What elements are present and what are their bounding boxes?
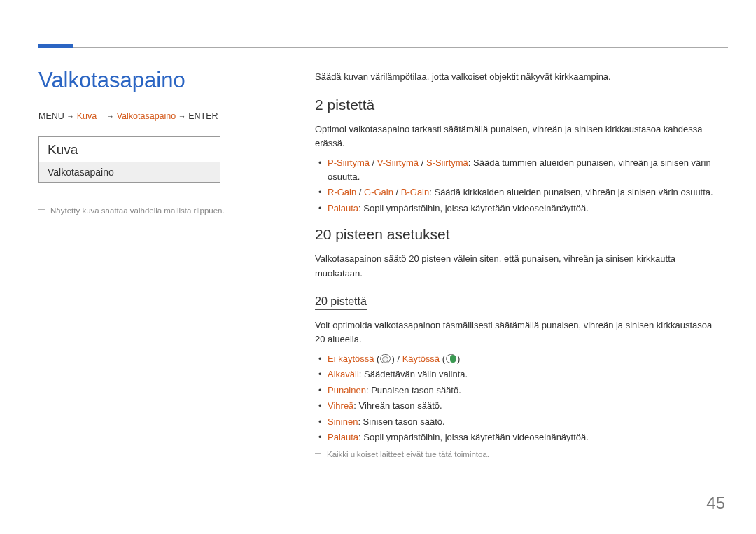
list-item: P-Siirtymä / V-Siirtymä / S-Siirtymä: Sä… bbox=[315, 156, 722, 183]
hl-text: Vihreä bbox=[328, 400, 354, 411]
list-item: Vihreä: Vihreän tason säätö. bbox=[315, 399, 722, 413]
toggle-on-icon bbox=[446, 354, 456, 363]
breadcrumb-valko: Valkotasapaino bbox=[117, 111, 176, 121]
hl-text: Palauta bbox=[328, 203, 358, 213]
right-footnote: ―Kaikki ulkoiset laitteet eivät tue tätä… bbox=[315, 449, 722, 461]
left-footnote: ―Näytetty kuva saattaa vaihdella mallist… bbox=[38, 205, 273, 217]
accent-bar bbox=[38, 44, 74, 48]
menu-panel-header: Kuva bbox=[39, 137, 220, 162]
hl-text: R-Gain bbox=[328, 187, 356, 197]
hl-text: Käytössä bbox=[402, 353, 440, 364]
right-footnote-text: Kaikki ulkoiset laitteet eivät tue tätä … bbox=[327, 450, 489, 458]
footnote-mark-icon: ― bbox=[315, 449, 321, 456]
breadcrumb-menu: MENU bbox=[38, 111, 64, 121]
breadcrumb-kuva: Kuva bbox=[77, 111, 97, 121]
list-item: Aikaväli: Säädettävän välin valinta. bbox=[315, 367, 722, 381]
intro-text: Säädä kuvan värilämpötilaa, jotta valkoi… bbox=[315, 70, 722, 84]
section-heading-20pisteen: 20 pisteen asetukset bbox=[315, 226, 722, 243]
list-item: Palauta: Sopii ympäristöihin, joissa käy… bbox=[315, 202, 722, 216]
section1-desc: Optimoi valkotasapaino tarkasti säätämäl… bbox=[315, 122, 722, 150]
list-item: Palauta: Sopii ympäristöihin, joissa käy… bbox=[315, 430, 722, 444]
left-divider bbox=[38, 197, 158, 197]
hl-text: Punainen bbox=[328, 385, 366, 395]
item-rest: : Sopii ympäristöihin, joissa käytetään … bbox=[358, 203, 589, 213]
section-heading-2pistetta: 2 pistettä bbox=[315, 97, 722, 113]
section2-list: Ei käytössä () / Käytössä () Aikaväli: S… bbox=[315, 352, 722, 444]
footnote-mark-icon: ― bbox=[38, 206, 45, 213]
left-column: Valkotasapaino MENU → Kuva → Valkotasapa… bbox=[38, 68, 273, 217]
hl-text: Ei käytössä bbox=[328, 353, 374, 364]
hl-text: B-Gain bbox=[401, 187, 429, 197]
arrow-icon: → bbox=[106, 112, 114, 120]
page-number: 45 bbox=[706, 493, 725, 513]
list-item: R-Gain / G-Gain / B-Gain: Säädä kirkkaid… bbox=[315, 185, 722, 199]
section1-list: P-Siirtymä / V-Siirtymä / S-Siirtymä: Sä… bbox=[315, 156, 722, 215]
menu-panel: Kuva Valkotasapaino bbox=[38, 136, 220, 183]
hl-text: Sininen bbox=[328, 416, 358, 427]
item-rest: : Vihreän tason säätö. bbox=[354, 400, 442, 411]
subsection-heading-20pistetta: 20 pistettä bbox=[315, 295, 367, 310]
item-rest: : Säädä kirkkaiden alueiden punaisen, vi… bbox=[429, 187, 713, 197]
breadcrumb-enter: ENTER bbox=[188, 111, 218, 121]
right-column: Säädä kuvan värilämpötilaa, jotta valkoi… bbox=[315, 70, 722, 461]
page-title: Valkotasapaino bbox=[38, 68, 273, 93]
breadcrumb: MENU → Kuva → Valkotasapaino → ENTER bbox=[38, 111, 273, 121]
toggle-off-icon bbox=[380, 354, 391, 363]
divider-top bbox=[38, 47, 728, 48]
left-footnote-text: Näytetty kuva saattaa vaihdella mallista… bbox=[50, 206, 225, 215]
item-rest: : Punaisen tason säätö. bbox=[366, 385, 461, 395]
arrow-icon: → bbox=[178, 112, 186, 120]
hl-text: V-Siirtymä bbox=[377, 157, 419, 168]
arrow-icon: → bbox=[66, 112, 74, 120]
hl-text: S-Siirtymä bbox=[426, 157, 468, 168]
hl-text: G-Gain bbox=[364, 187, 393, 197]
item-rest: : Sinisen tason säätö. bbox=[358, 416, 444, 427]
hl-text: P-Siirtymä bbox=[328, 157, 370, 168]
list-item: Punainen: Punaisen tason säätö. bbox=[315, 384, 722, 398]
section2-sub-desc: Voit optimoida valkotasapainon täsmällis… bbox=[315, 318, 722, 346]
section2-desc: Valkotasapainon säätö 20 pisteen välein … bbox=[315, 252, 722, 280]
list-item: Ei käytössä () / Käytössä () bbox=[315, 352, 722, 366]
item-mid: / bbox=[395, 353, 402, 364]
hl-text: Palauta bbox=[328, 432, 358, 442]
item-rest: : Säädettävän välin valinta. bbox=[359, 369, 468, 379]
hl-text: Aikaväli bbox=[328, 369, 359, 379]
menu-panel-item[interactable]: Valkotasapaino bbox=[39, 162, 220, 182]
item-rest: : Sopii ympäristöihin, joissa käytetään … bbox=[358, 432, 589, 442]
list-item: Sininen: Sinisen tason säätö. bbox=[315, 415, 722, 429]
